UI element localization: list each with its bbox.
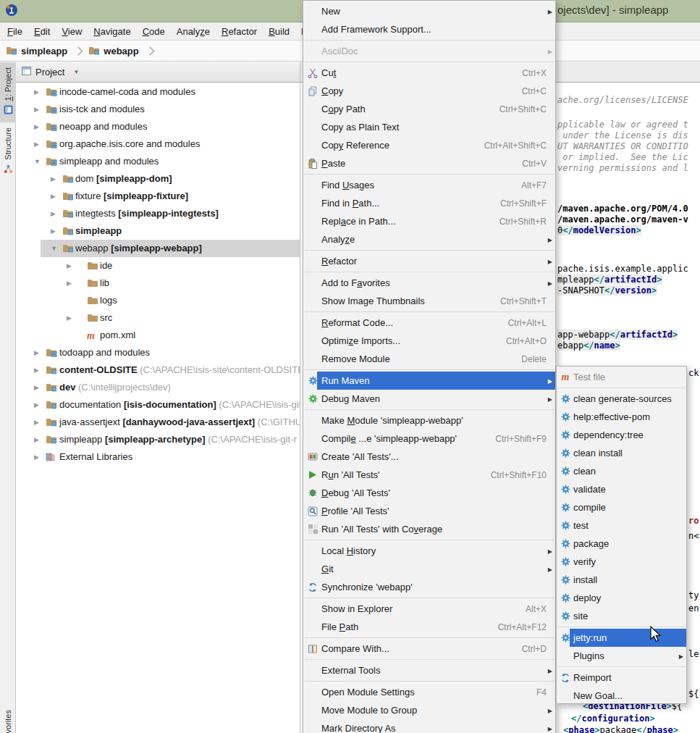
tree-expand-arrow-icon[interactable]: ▶: [51, 193, 56, 200]
menu-item-copy[interactable]: CopyCtrl+C: [303, 82, 555, 100]
tree-collapse-arrow-icon[interactable]: ▼: [34, 158, 41, 165]
menu-item-run-all-tests-with-coverage[interactable]: Run 'All Tests' with Coverage: [303, 520, 555, 538]
maven-goal-install[interactable]: install: [557, 571, 686, 589]
breadcrumb-item-simpleapp[interactable]: simpleapp: [6, 46, 67, 57]
tree-expand-arrow-icon[interactable]: ▶: [34, 366, 39, 374]
tree-row-java-assertjext-danhaywood-j[interactable]: ▶java-assertjext [danhaywood-java-assert…: [16, 414, 300, 431]
project-panel-header[interactable]: Project ▼: [16, 62, 300, 83]
tree-expand-arrow-icon[interactable]: ▶: [34, 384, 39, 391]
tree-row-logs[interactable]: logs: [16, 292, 300, 309]
menu-item-asciidoc[interactable]: AsciiDoc▶: [303, 42, 555, 60]
menu-item-show-image-thumbnails[interactable]: Show Image ThumbnailsCtrl+Shift+T: [303, 292, 555, 310]
tree-expand-arrow-icon[interactable]: ▶: [34, 349, 39, 356]
tree-collapse-arrow-icon[interactable]: ▼: [51, 245, 57, 252]
menubar-item-analyze[interactable]: Analyze: [171, 24, 216, 39]
menu-item-create-all-tests[interactable]: Create 'All Tests'...: [303, 448, 555, 466]
tree-row-org-apache-isis-core-and-modul[interactable]: ▶org.apache.isis.core and modules: [16, 135, 300, 153]
menu-item-debug-maven[interactable]: Debug Maven▶: [303, 390, 555, 408]
maven-goal-new-goal[interactable]: New Goal...: [557, 687, 686, 705]
maven-goal-plugins[interactable]: Plugins▶: [557, 647, 686, 665]
maven-goal-help-effective-pom[interactable]: help:effective-pom: [557, 408, 686, 426]
menu-item-compile-e-simpleapp-webapp[interactable]: Compile ...e 'simpleapp-webapp'Ctrl+Shif…: [303, 430, 555, 448]
tree-expand-arrow-icon[interactable]: ▶: [34, 453, 39, 461]
tree-row-src[interactable]: ▶src: [16, 309, 300, 327]
tree-expand-arrow-icon[interactable]: ▶: [34, 401, 39, 409]
tree-row-documentation-isis-documenta[interactable]: ▶documentation [isis-documentation] (C:\…: [16, 396, 300, 414]
menubar-item-edit[interactable]: Edit: [28, 24, 56, 39]
menu-item-reformat-code[interactable]: Reformat Code...Ctrl+Alt+L: [303, 314, 555, 332]
tree-expand-arrow-icon[interactable]: ▶: [67, 314, 72, 322]
maven-goal-validate[interactable]: validate: [557, 480, 686, 498]
menu-item-copy-as-plain-text[interactable]: Copy as Plain Text: [303, 118, 555, 136]
tree-row-ide[interactable]: ▶ide: [16, 257, 300, 275]
menu-item-mark-directory-as[interactable]: Mark Directory As▶: [303, 719, 555, 733]
tree-expand-arrow-icon[interactable]: ▶: [34, 106, 39, 113]
menu-item-synchronize-webapp[interactable]: Synchronize 'webapp': [303, 578, 555, 596]
menu-item-move-module-to-group[interactable]: Move Module to Group▶: [303, 701, 555, 719]
maven-goal-verify[interactable]: verify: [557, 553, 686, 571]
tree-row-fixture-simpleapp-fixture[interactable]: ▶fixture [simpleapp-fixture]: [16, 188, 300, 205]
maven-goal-package[interactable]: package: [557, 535, 686, 553]
menu-item-local-history[interactable]: Local History▶: [303, 542, 555, 560]
tree-row-incode-camel-coda-and-modules[interactable]: ▶incode-camel-coda and modules: [16, 83, 300, 101]
menu-item-profile-all-tests[interactable]: Profile 'All Tests': [303, 502, 555, 520]
tree-row-webapp-simpleapp-webapp[interactable]: ▼webapp [simpleapp-webapp]: [16, 240, 300, 257]
maven-goal-dependency-tree[interactable]: dependency:tree: [557, 426, 686, 444]
tree-expand-arrow-icon[interactable]: ▶: [51, 210, 56, 217]
menu-item-copy-reference[interactable]: Copy ReferenceCtrl+Alt+Shift+C: [303, 136, 555, 154]
menu-item-remove-module[interactable]: Remove ModuleDelete: [303, 350, 555, 368]
tree-row-content-oldsite-c-apache-is[interactable]: ▶content-OLDSITE (C:\APACHE\isis-site\co…: [16, 361, 300, 379]
menu-item-new[interactable]: New▶: [303, 2, 555, 20]
tree-row-neoapp-and-modules[interactable]: ▶neoapp and modules: [16, 118, 300, 135]
tree-expand-arrow-icon[interactable]: ▶: [67, 262, 72, 269]
tree-expand-arrow-icon[interactable]: ▶: [34, 88, 39, 96]
menu-item-cut[interactable]: CutCtrl+X: [303, 64, 555, 82]
menu-item-file-path[interactable]: File PathCtrl+Alt+F12: [303, 618, 555, 636]
maven-goal-reimport[interactable]: Reimport: [557, 669, 686, 687]
menu-item-external-tools[interactable]: External Tools▶: [303, 661, 555, 679]
breadcrumb-item-webapp[interactable]: webapp: [88, 46, 138, 57]
tool-button-structure[interactable]: Structure: [0, 122, 16, 182]
maven-goal-site[interactable]: site: [557, 607, 686, 625]
maven-goal-jetty-run[interactable]: jetty:run: [557, 629, 686, 647]
menu-item-paste[interactable]: PasteCtrl+V: [303, 154, 555, 172]
maven-goal-clean-install[interactable]: clean install: [557, 444, 686, 462]
menubar-item-build[interactable]: Build: [263, 24, 295, 39]
menu-item-find-usages[interactable]: Find UsagesAlt+F7: [303, 176, 555, 194]
menubar-item-navigate[interactable]: Navigate: [88, 24, 136, 39]
menu-item-debug-all-tests[interactable]: Debug 'All Tests': [303, 484, 555, 502]
tree-row-simpleapp[interactable]: ▶simpleapp: [16, 222, 300, 240]
menubar-item-code[interactable]: Code: [137, 24, 171, 39]
maven-goal-test[interactable]: test: [557, 516, 686, 535]
tree-expand-arrow-icon[interactable]: ▶: [34, 123, 39, 130]
maven-goal-deploy[interactable]: deploy: [557, 589, 686, 607]
tree-row-dev-c-intellijprojects-dev[interactable]: ▶dev (C:\intellijprojects\dev): [16, 379, 300, 396]
tree-row-dom-simpleapp-dom[interactable]: ▶dom [simpleapp-dom]: [16, 170, 300, 188]
menu-item-analyze[interactable]: Analyze▶: [303, 230, 555, 248]
tree-expand-arrow-icon[interactable]: ▶: [34, 141, 39, 148]
menu-item-copy-path[interactable]: Copy PathCtrl+Shift+C: [303, 100, 555, 118]
tool-button-favorites[interactable]: avorites: [0, 705, 16, 733]
maven-goal-clean-generate-sources[interactable]: clean generate-sources: [557, 390, 686, 408]
menu-item-run-maven[interactable]: Run Maven▶: [303, 372, 555, 390]
tree-row-integtests-simpleapp-integte[interactable]: ▶integtests [simpleapp-integtests]: [16, 205, 300, 222]
menubar-item-refactor[interactable]: Refactor: [216, 24, 263, 39]
tree-row-isis-tck-and-modules[interactable]: ▶isis-tck and modules: [16, 101, 300, 118]
chevron-down-icon[interactable]: ▼: [73, 69, 79, 75]
menu-item-refactor[interactable]: Refactor▶: [303, 252, 555, 270]
maven-goal-compile[interactable]: compile: [557, 498, 686, 516]
menu-item-find-in-path[interactable]: Find in Path...Ctrl+Shift+F: [303, 194, 555, 212]
tree-row-lib[interactable]: ▶lib: [16, 275, 300, 292]
menu-item-compare-with[interactable]: Compare With...Ctrl+D: [303, 640, 555, 658]
menu-item-git[interactable]: Git▶: [303, 560, 555, 578]
tree-expand-arrow-icon[interactable]: ▶: [67, 280, 72, 287]
tree-row-simpleapp-simpleapp-archetyp[interactable]: ▶simpleapp [simpleapp-archetype] (C:\APA…: [16, 431, 300, 448]
menu-item-add-framework-support[interactable]: Add Framework Support...: [303, 20, 555, 38]
tool-button-1-project[interactable]: 1: Project: [0, 62, 16, 122]
menu-item-replace-in-path[interactable]: Replace in Path...Ctrl+Shift+R: [303, 212, 555, 230]
tree-expand-arrow-icon[interactable]: ▶: [51, 227, 56, 235]
menu-item-open-module-settings[interactable]: Open Module SettingsF4: [303, 683, 555, 701]
menu-item-add-to-favorites[interactable]: Add to Favorites▶: [303, 274, 555, 292]
menu-item-show-in-explorer[interactable]: Show in ExplorerAlt+X: [303, 600, 555, 618]
tree-row-simpleapp-and-modules[interactable]: ▼simpleapp and modules: [16, 153, 300, 170]
